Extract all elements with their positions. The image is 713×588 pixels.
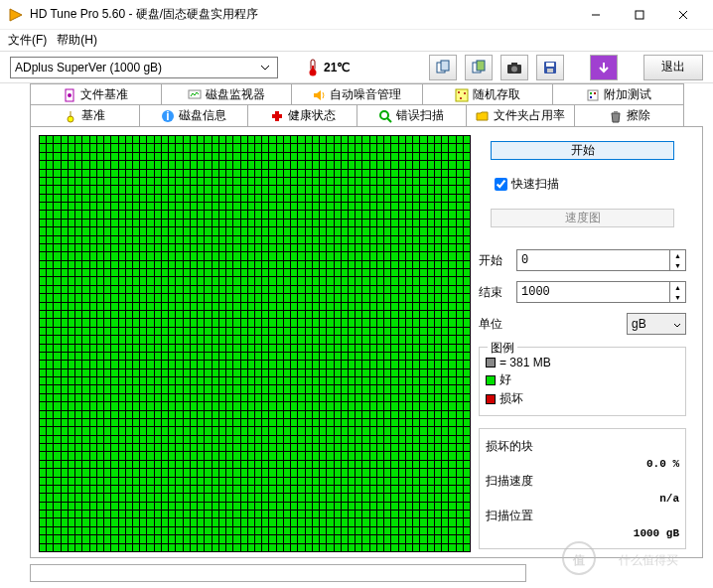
svg-rect-24 (588, 90, 598, 100)
error-scan-panel: 开始 快速扫描 速度图 开始 ▲▼ 结束 ▲▼ 单位 gB (30, 126, 703, 558)
speed-map-button: 速度图 (491, 209, 674, 227)
end-label: 结束 (479, 284, 510, 301)
tab-disk-monitor[interactable]: 磁盘监视器 (161, 83, 293, 105)
svg-rect-6 (312, 66, 314, 72)
svg-rect-20 (456, 89, 468, 101)
tab-aam[interactable]: 自动噪音管理 (291, 83, 423, 105)
stats-box: 损坏的块 0.0 % 扫描速度 n/a 扫描位置 1000 gB (479, 428, 686, 549)
speaker-icon (312, 88, 326, 102)
menu-file[interactable]: 文件(F) (8, 32, 47, 49)
svg-rect-26 (594, 92, 596, 94)
svg-rect-16 (547, 69, 553, 73)
svg-point-23 (460, 97, 462, 99)
tabs-row-2: 基准 i磁盘信息 健康状态 错误扫描 文件夹占用率 擦除 (0, 104, 713, 126)
tab-random-access[interactable]: 随机存取 (422, 83, 554, 105)
file-icon (63, 88, 76, 102)
options-button[interactable] (590, 55, 618, 80)
screenshot-button[interactable] (500, 55, 528, 80)
exit-button[interactable]: 退出 (643, 55, 703, 80)
temperature-display: 21℃ (306, 59, 350, 76)
up-arrow-icon[interactable]: ▲ (670, 282, 685, 292)
tab-file-benchmark[interactable]: 文件基准 (30, 83, 162, 105)
test-icon (586, 88, 600, 102)
copy-screenshot-button[interactable] (465, 55, 493, 80)
tab-folder-usage[interactable]: 文件夹占用率 (466, 104, 576, 126)
tab-error-scan[interactable]: 错误扫描 (356, 104, 467, 126)
damaged-value: 0.0 % (486, 458, 679, 470)
tab-benchmark[interactable]: 基准 (30, 104, 140, 126)
unit-select[interactable]: gB (627, 313, 686, 335)
svg-line-35 (387, 118, 391, 122)
svg-rect-25 (590, 92, 592, 94)
svg-point-12 (511, 66, 517, 72)
block-map (39, 135, 471, 552)
window-title: HD Tune Pro 5.60 - 硬盘/固态硬盘实用程序 (30, 6, 574, 23)
quick-scan-checkbox[interactable]: 快速扫描 (495, 176, 670, 193)
thermometer-icon (306, 59, 320, 76)
start-label: 开始 (479, 252, 510, 269)
svg-rect-8 (441, 61, 449, 71)
folder-icon (476, 109, 490, 123)
svg-point-22 (464, 92, 466, 94)
legend-caption: 图例 (488, 340, 517, 357)
search-icon (378, 109, 392, 123)
toolbar: ADplus SuperVer (1000 gB) 21℃ 退出 (0, 52, 713, 83)
maximize-button[interactable] (618, 1, 661, 29)
start-spinner[interactable]: ▲▼ (516, 249, 686, 271)
start-scan-button[interactable]: 开始 (491, 141, 674, 160)
tab-info[interactable]: i磁盘信息 (139, 104, 249, 126)
svg-rect-33 (272, 114, 282, 118)
position-label: 扫描位置 (486, 508, 679, 524)
temperature-value: 21℃ (324, 61, 350, 74)
monitor-icon (188, 88, 202, 102)
svg-point-21 (458, 91, 460, 93)
start-input[interactable] (517, 250, 669, 270)
copy-info-button[interactable] (429, 55, 457, 80)
speed-label: 扫描速度 (486, 473, 679, 490)
health-icon (270, 109, 284, 123)
save-button[interactable] (536, 55, 564, 80)
svg-rect-15 (546, 63, 554, 67)
chevron-down-icon (673, 317, 681, 331)
legend-bad-icon (486, 394, 496, 404)
down-arrow-icon[interactable]: ▼ (670, 292, 685, 302)
svg-point-34 (380, 111, 388, 119)
position-value: 1000 gB (486, 527, 679, 539)
svg-text:i: i (166, 109, 169, 123)
status-bar (30, 564, 526, 582)
random-icon (455, 88, 469, 102)
svg-rect-10 (477, 61, 485, 71)
down-arrow-icon[interactable]: ▼ (670, 260, 685, 270)
menu-help[interactable]: 帮助(H) (57, 32, 97, 49)
svg-rect-36 (614, 111, 618, 113)
side-panel: 开始 快速扫描 速度图 开始 ▲▼ 结束 ▲▼ 单位 gB (471, 135, 694, 549)
chevron-down-icon (257, 60, 273, 75)
tab-health[interactable]: 健康状态 (247, 104, 357, 126)
svg-rect-1 (636, 11, 643, 19)
benchmark-icon (64, 109, 77, 123)
legend-block-icon (486, 358, 496, 368)
damaged-label: 损坏的块 (486, 438, 679, 455)
legend-ok-icon (486, 375, 496, 385)
tab-erase[interactable]: 擦除 (574, 104, 684, 126)
drive-select-value: ADplus SuperVer (1000 gB) (15, 61, 162, 74)
close-button[interactable] (661, 1, 705, 29)
app-icon (8, 7, 24, 23)
svg-point-18 (68, 93, 71, 97)
up-arrow-icon[interactable]: ▲ (670, 250, 685, 260)
legend-box: 图例 = 381 MB 好 损坏 (479, 347, 686, 416)
trash-icon (609, 109, 623, 123)
tab-extra-tests[interactable]: 附加测试 (552, 83, 684, 105)
svg-rect-19 (189, 90, 201, 98)
svg-rect-29 (71, 111, 71, 117)
minimize-button[interactable] (574, 1, 618, 29)
title-bar: HD Tune Pro 5.60 - 硬盘/固态硬盘实用程序 (0, 0, 713, 30)
end-spinner[interactable]: ▲▼ (516, 281, 686, 303)
end-input[interactable] (517, 282, 669, 302)
svg-rect-13 (511, 63, 517, 66)
unit-label: 单位 (479, 316, 510, 333)
info-icon: i (161, 109, 175, 123)
svg-rect-27 (590, 96, 592, 98)
speed-value: n/a (486, 493, 679, 505)
drive-select[interactable]: ADplus SuperVer (1000 gB) (10, 57, 278, 78)
